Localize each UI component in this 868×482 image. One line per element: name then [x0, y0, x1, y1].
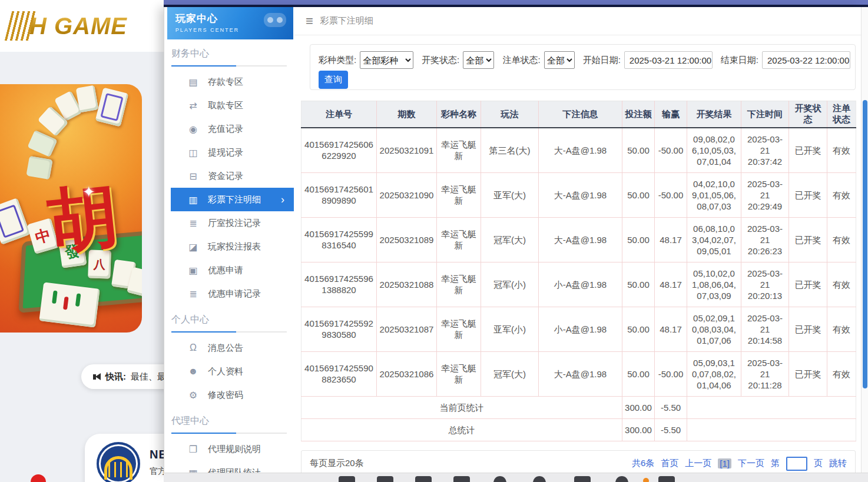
sidebar-item[interactable]: ▣优惠申请	[164, 258, 294, 282]
agent-rules-doc-icon: ❐	[187, 444, 200, 455]
mahjong-tile	[95, 88, 129, 127]
cell-issue: 20250321091	[377, 128, 437, 172]
cell-bet-amount: 50.00	[622, 262, 655, 307]
sidebar-item[interactable]: ⇄取款专区	[164, 94, 294, 117]
jump-button[interactable]: 跳转	[829, 458, 847, 469]
column-header-bet-amount: 投注额	[622, 101, 655, 128]
cut-off-red-icon	[31, 474, 46, 482]
summary-empty	[687, 396, 856, 418]
sidebar-subtitle: PLAYERS CENTER	[175, 27, 293, 33]
cell-bet-status: 有效	[827, 128, 856, 172]
sidebar-item[interactable]: ☻个人资料	[164, 360, 294, 383]
cell-bet-time: 2025-03-21 20:29:49	[741, 172, 789, 217]
cell-bet-status: 有效	[827, 307, 856, 351]
cell-bet-time: 2025-03-21 20:14:58	[741, 307, 789, 351]
lottery-type-select[interactable]: 全部彩种	[360, 51, 413, 69]
lottery-detail-icon: ▥	[187, 194, 200, 205]
sidebar-item[interactable]: ◫提现记录	[164, 141, 294, 164]
main-content: ≡ 彩票下注明细 彩种类型: 全部彩种 开奖状态: 全部 注单状态: 全部 开始…	[294, 7, 862, 473]
column-header-lottery-name: 彩种名称	[437, 101, 481, 128]
sidebar-item[interactable]: ≣厅室投注记录	[164, 211, 294, 235]
cell-win-loss: 48.17	[655, 262, 687, 307]
table-row: 40156917425606622992020250321091幸运飞艇新第三名…	[302, 128, 856, 172]
sidebar-item[interactable]: ⊟资金记录	[164, 164, 294, 188]
current-page-indicator[interactable]: [1]	[718, 458, 731, 468]
cell-bet-id: 401569174256066229920	[302, 128, 377, 172]
mahjong-promo-banner[interactable]: 胡 ✦ 中 發 八	[0, 84, 142, 333]
sidebar-item[interactable]: ▥彩票下注明细›	[171, 188, 294, 211]
cell-draw-result: 05,10,02,01,08,06,04,07,03,09	[687, 262, 741, 307]
scrollbar-thumb[interactable]	[863, 100, 867, 388]
summary-row: 当前页统计300.00-5.50	[302, 396, 856, 418]
cell-bet-status: 有效	[827, 172, 856, 217]
cell-draw-status: 已开奖	[789, 351, 827, 396]
ticker-text: 最佳、最	[131, 371, 166, 383]
summary-label: 总统计	[302, 418, 622, 441]
prev-page-link[interactable]: 上一页	[685, 458, 711, 469]
password-gear-icon: ⚙	[187, 390, 200, 401]
cell-bet-time: 2025-03-21 20:20:13	[741, 262, 789, 307]
bet-status-label: 注单状态:	[502, 55, 540, 66]
scrollbar[interactable]	[861, 7, 868, 473]
bet-status-select[interactable]: 全部	[544, 51, 575, 69]
cell-draw-result: 09,08,02,06,10,05,03,07,01,04	[687, 128, 741, 172]
summary-label: 当前页统计	[302, 396, 622, 418]
cell-bet-info: 大-A盘@1.98	[539, 217, 622, 262]
chevron-right-icon: ›	[281, 194, 284, 206]
hamburger-icon[interactable]: ≡	[306, 15, 313, 28]
draw-status-select[interactable]: 全部	[463, 51, 494, 69]
sidebar-item-label: 资金记录	[208, 171, 243, 182]
site-logo-text: H GAME	[29, 13, 127, 39]
gamepad-icon	[264, 13, 286, 27]
sidebar-item-label: 优惠申请	[208, 265, 243, 276]
cell-win-loss: -50.00	[655, 351, 687, 396]
end-date-input[interactable]	[762, 51, 850, 69]
sidebar-item-label: 存款专区	[208, 77, 243, 88]
mahjong-tile	[0, 198, 31, 245]
cut-off-icon	[453, 476, 470, 482]
sidebar-item[interactable]: Ω消息公告	[164, 336, 294, 360]
column-header-issue: 期数	[377, 101, 437, 128]
sidebar-item[interactable]: ❐代理规则说明	[164, 437, 294, 461]
first-page-link[interactable]: 首页	[661, 458, 678, 469]
cell-bet-amount: 50.00	[622, 128, 655, 172]
sidebar: 玩家中心 PLAYERS CENTER 财务中心▤存款专区⇄取款专区◉充值记录◫…	[164, 7, 294, 473]
draw-status-label: 开奖状态:	[422, 55, 459, 66]
page-jump-input[interactable]	[786, 457, 807, 471]
summary-bet-total: 300.00	[622, 418, 655, 441]
cell-bet-id: 401569174256018909890	[302, 172, 377, 217]
cell-draw-result: 05,02,09,10,08,03,04,01,07,06	[687, 307, 741, 351]
sidebar-item[interactable]: ⚙修改密码	[164, 383, 294, 407]
sidebar-item[interactable]: ◉充值记录	[164, 117, 294, 141]
sidebar-item[interactable]: ◪玩家投注报表	[164, 235, 294, 258]
next-page-link[interactable]: 下一页	[738, 458, 764, 469]
sidebar-item-label: 消息公告	[208, 343, 243, 354]
underlying-top-bar	[164, 0, 868, 5]
start-date-input[interactable]	[624, 51, 713, 69]
cell-lottery-name: 幸运飞艇新	[437, 351, 481, 396]
site-logo-card: H GAME	[0, 0, 164, 52]
ticker-label: 快讯:	[105, 371, 126, 383]
cell-play: 冠军(大)	[481, 351, 539, 396]
cut-off-icon	[377, 476, 393, 482]
summary-win-total: -5.50	[655, 418, 687, 441]
cell-play: 亚军(小)	[481, 307, 539, 351]
sidebar-item-label: 取款专区	[208, 100, 243, 111]
jump-label-post: 页	[814, 458, 823, 469]
cell-draw-result: 06,08,10,03,04,02,07,09,05,01	[687, 217, 741, 262]
cell-bet-amount: 50.00	[622, 307, 655, 351]
search-button[interactable]: 查询	[319, 71, 348, 89]
sidebar-section-title: 个人中心	[171, 313, 294, 327]
players-center-panel: 玩家中心 PLAYERS CENTER 财务中心▤存款专区⇄取款专区◉充值记录◫…	[164, 7, 861, 473]
cell-lottery-name: 幸运飞艇新	[437, 262, 481, 307]
message-bell-icon: Ω	[187, 343, 200, 353]
cell-bet-id: 401569174255961388820	[302, 262, 377, 307]
sidebar-item[interactable]: ≣优惠申请记录	[164, 282, 294, 305]
cell-bet-id: 401569174255908823650	[302, 351, 377, 396]
sidebar-item[interactable]: ▤存款专区	[164, 70, 294, 94]
underlying-bottom-icon-strip	[164, 473, 868, 482]
cell-issue: 20250321089	[377, 217, 437, 262]
player-report-icon: ◪	[187, 241, 200, 252]
bet-details-table: 注单号期数彩种名称玩法下注信息投注额输赢开奖结果下注时间开奖状态注单状态 401…	[301, 101, 856, 441]
cut-off-icon	[339, 476, 355, 482]
